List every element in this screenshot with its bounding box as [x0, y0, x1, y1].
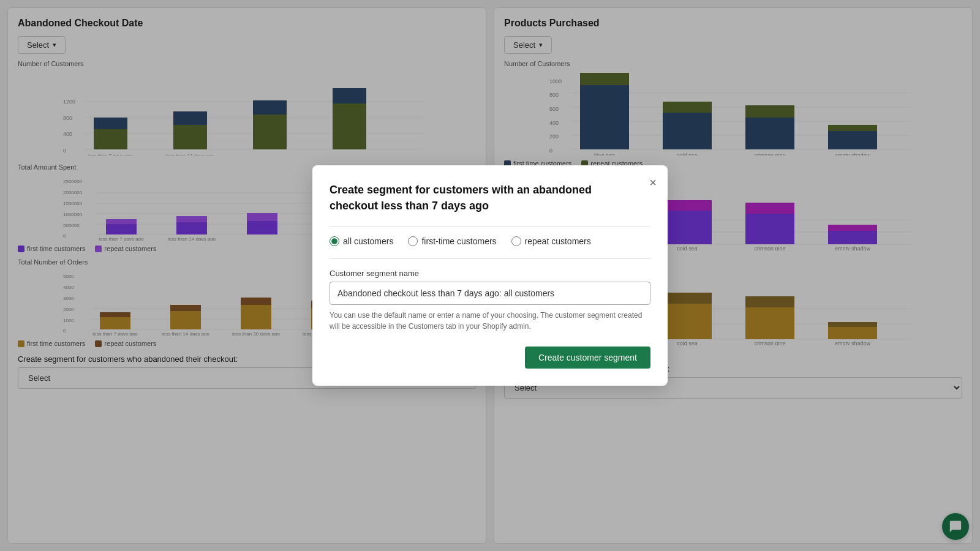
- radio-repeat[interactable]: repeat customers: [511, 236, 591, 246]
- radio-all-input[interactable]: [330, 236, 339, 246]
- radio-all-customers[interactable]: all customers: [330, 236, 393, 246]
- modal-divider-mid: [330, 258, 650, 259]
- segment-name-label: Customer segment name: [330, 269, 650, 278]
- modal-helper-text: You can use the default name or enter a …: [330, 310, 650, 332]
- radio-first-label: first-time customers: [421, 236, 496, 246]
- radio-repeat-input[interactable]: [511, 236, 521, 246]
- radio-repeat-label: repeat customers: [525, 236, 591, 246]
- segment-name-input[interactable]: [330, 282, 650, 305]
- create-segment-button[interactable]: Create customer segment: [525, 347, 650, 369]
- modal-close-button[interactable]: ×: [649, 176, 657, 189]
- radio-all-label: all customers: [343, 236, 393, 246]
- radio-first-time[interactable]: first-time customers: [408, 236, 496, 246]
- modal-radio-group: all customers first-time customers repea…: [330, 236, 650, 246]
- page-container: Abandoned Checkout Date Select Number of…: [0, 0, 980, 551]
- modal-dialog: Create segment for customers with an aba…: [312, 165, 668, 385]
- modal-footer: Create customer segment: [330, 347, 650, 369]
- radio-first-input[interactable]: [408, 236, 418, 246]
- modal-overlay: Create segment for customers with an aba…: [0, 0, 980, 551]
- modal-divider-top: [330, 226, 650, 227]
- modal-title: Create segment for customers with an aba…: [330, 182, 650, 213]
